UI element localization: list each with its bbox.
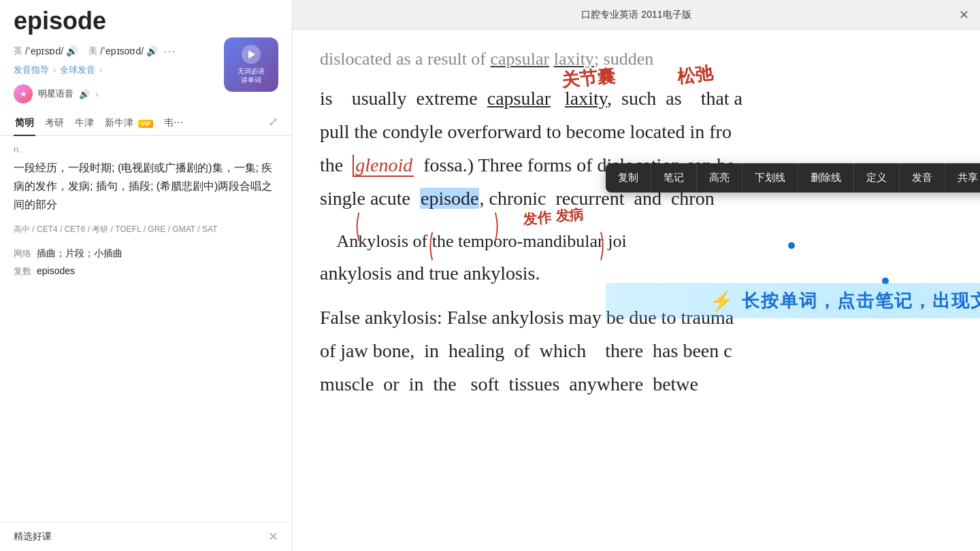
video-label: 无词必语讲单词 [238,67,265,84]
pronunciation-guide-link[interactable]: 发音指导 [14,64,49,76]
phonetic-american-text: /ˈepɪsoʊd/ [100,46,144,56]
phonetic-american-label: 美 [88,45,97,57]
tab-oxford[interactable]: 牛津 [74,113,95,136]
phonetic-british-label: 英 [14,45,22,57]
selection-dot-start [788,242,795,249]
bottom-bar-label: 精选好课 [14,531,52,543]
plural-label: 复数 [14,265,31,278]
arrow-icon-2: › [99,65,102,75]
book-reader-panel: 口腔专业英语 2011电子版 ✕ dislocated as a result … [293,0,980,551]
book-title: 口腔专业英语 2011电子版 [581,9,691,21]
book-line-1: dislocated as a result of capsular laxit… [320,44,953,75]
highlight-banner: ⚡ 长按单词，点击笔记，出现文本框 ⚡ [606,283,980,318]
episode-word-highlighted[interactable]: episode [420,188,480,209]
dictionary-panel: episode 无词必语讲单词 英 /ˈepɪsɒd/ 🔊 美 /ˈepɪsoʊ… [0,0,293,551]
american-sound-icon[interactable]: 🔊 [146,46,158,56]
capsular-word-1: capsular [491,49,550,69]
plural-row: 复数 episodes [14,265,278,278]
titlebar-close-icon[interactable]: ✕ [959,7,969,22]
bottom-bar-close-icon[interactable]: ✕ [268,529,278,544]
laxity-word-2: laxity [565,88,607,109]
bottom-bar: 精选好课 ✕ [0,522,292,551]
toolbar-note-btn[interactable]: 笔记 [651,163,697,193]
tab-kaoyan[interactable]: 考研 [44,113,65,136]
toolbar-underline-btn[interactable]: 下划线 [742,163,798,193]
arrow-icon-1: › [53,65,56,75]
phonetic-british-text: /ˈepɪsɒd/ [25,46,63,56]
word-title-area: episode [0,0,292,38]
book-titlebar: 口腔专业英语 2011电子版 ✕ [293,0,980,30]
book-text-container: dislocated as a result of capsular laxit… [293,30,980,414]
phonetic-american: 美 /ˈepɪsoʊd/ 🔊 ⋯ [88,44,176,59]
network-text: 插曲；片段；小插曲 [37,248,122,260]
celebrity-avatar: ★ [14,84,33,103]
video-play-button[interactable] [242,45,261,64]
network-label: 网络 [14,248,31,260]
tab-jianming[interactable]: 简明 [14,113,35,136]
banner-left-decoration: ⚡ [710,290,734,312]
book-line-6: Ankylosis of the temporo-mandibular joi [320,226,953,257]
laxity-word-1: laxity [554,49,594,69]
celebrity-sound-icon[interactable]: 🔊 [79,89,90,99]
network-meaning-row: 网络 插曲；片段；小插曲 [14,248,278,260]
tabs-expand-icon[interactable]: ⤢ [268,114,278,129]
capsular-word-2: capsular [487,88,551,109]
tab-wei-label: 韦⋯ [164,117,183,128]
tab-newoxford-label: 新牛津 [105,117,133,128]
word-title: episode [14,7,106,35]
banner-text: 长按单词，点击笔记，出现文本框 [742,289,980,313]
book-line-3: pull the condyle overforward to become l… [320,115,953,148]
tab-kaoyan-label: 考研 [45,117,64,128]
text-selection-toolbar: 复制 笔记 高亮 下划线 删除线 定义 发音 共享 [606,163,980,193]
book-content-area[interactable]: dislocated as a result of capsular laxit… [293,30,980,551]
toolbar-highlight-btn[interactable]: 高亮 [697,163,742,193]
celebrity-expand-icon[interactable]: › [95,88,99,99]
global-pronunciation-link[interactable]: 全球发音 [60,64,95,76]
definition-text: 一段经历，一段时期; (电视剧或广播剧的)集，一集; 疾病的发作，发病; 插句，… [14,158,278,214]
toolbar-strikethrough-btn[interactable]: 删除线 [798,163,854,193]
british-sound-icon[interactable]: 🔊 [66,46,78,56]
toolbar-share-btn[interactable]: 共享 [945,163,980,193]
book-line-2: is usually extreme capsular laxity, such… [320,82,953,115]
book-line-9: of jaw bone, in healing of which there h… [320,334,953,367]
tab-oxford-label: 牛津 [75,117,94,128]
toolbar-copy-btn[interactable]: 复制 [606,163,651,193]
book-line-10: muscle or in the soft tissues anywhere b… [320,367,953,401]
toolbar-define-btn[interactable]: 定义 [854,163,900,193]
tab-newoxford[interactable]: 新牛津 VIP [103,113,154,136]
tab-jianming-label: 简明 [15,117,34,128]
video-card[interactable]: 无词必语讲单词 [224,37,278,92]
study-tags: 高中 / CET4 / CET6 / 考研 / TOEFL / GRE / GM… [14,222,278,237]
vip-badge: VIP [138,120,154,128]
tab-wei[interactable]: 韦⋯ [163,113,184,136]
dictionary-tabs: 简明 考研 牛津 新牛津 VIP 韦⋯ ⤢ [0,109,292,136]
toolbar-pronounce-btn[interactable]: 发音 [900,163,945,193]
phonetic-british: 英 /ˈepɪsɒd/ 🔊 [14,45,78,57]
dictionary-content: n. 一段经历，一段时期; (电视剧或广播剧的)集，一集; 疾病的发作，发病; … [0,136,292,522]
celebrity-name: 明星语音 [38,88,74,100]
glenoid-word: glenoid [353,154,414,177]
more-options-icon[interactable]: ⋯ [163,44,176,59]
part-of-speech: n. [14,144,278,154]
plural-text: episodes [37,265,75,278]
